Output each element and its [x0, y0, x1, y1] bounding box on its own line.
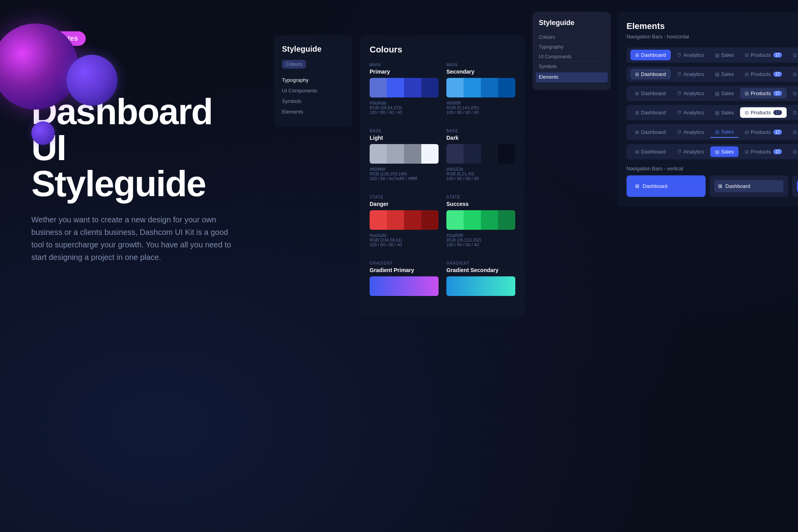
sales-icon-1: ▤ — [715, 52, 719, 58]
swatch — [481, 78, 498, 97]
nav-item-dashboard-1[interactable]: ⊞ Dashboard — [630, 50, 671, 60]
nav-item-products-5[interactable]: ⊟ Products 17 — [740, 127, 786, 137]
sg-item-elements[interactable]: Elements — [536, 72, 608, 82]
sg-item-colours[interactable]: Colours — [539, 32, 605, 42]
page-wrapper: 5 templates Dark DashboardUI Styleguide … — [0, 0, 798, 532]
nav-item-products-3[interactable]: ⊟ Products 17 — [740, 88, 786, 99]
colour-gradient-primary: GRADIENT Gradient Primary — [370, 261, 439, 299]
right-panel: Styleguide Colours Typography UI Compone… — [266, 0, 798, 532]
analytics-icon-1: ⏱ — [677, 52, 682, 58]
nav-item-customer-4[interactable]: ⊡ Customer 14 — [788, 107, 798, 118]
gradient-secondary-swatches — [446, 276, 515, 296]
secondary-info: #0090ffRGB (0,144,255)100 / 80 / 60 / 40 — [446, 101, 515, 115]
colour-dark: BASE Dark #06152bRGB (6,21,43)100 / 80 /… — [446, 129, 515, 181]
nav-item-customer-1[interactable]: ⊡ Customer 14 — [788, 50, 798, 60]
sidebar-item-typography[interactable]: Typography — [282, 75, 345, 85]
sg-item-typography[interactable]: Typography — [539, 42, 605, 52]
nav-item-analytics-4[interactable]: ⏱ Analytics — [672, 107, 709, 118]
colours-title: Colours — [370, 45, 515, 55]
sidebar-title: Styleguide — [282, 45, 345, 54]
nav-item-analytics-1[interactable]: ⏱ Analytics — [672, 50, 709, 60]
nav-item-customer-2[interactable]: ⊡ Customer 14 — [788, 69, 798, 79]
nav-item-sales-2[interactable]: ▤ Sales — [710, 69, 739, 79]
nav-label: Products — [751, 149, 771, 155]
nav-item-products-1[interactable]: ⊟ Products 17 — [740, 50, 786, 60]
sales-icon-5: ▤ — [715, 129, 719, 135]
nav-item-products-2[interactable]: ⊟ Products 17 — [740, 69, 786, 79]
hero-section: 5 templates Dark DashboardUI Styleguide … — [0, 0, 266, 532]
sg-item-symbols[interactable]: Symbols — [539, 62, 605, 72]
nav-label: Products — [751, 90, 771, 96]
sales-icon-2: ▤ — [715, 72, 719, 77]
nav-label: Sales — [721, 90, 734, 96]
nav-label: Analytics — [684, 71, 704, 77]
nav-item-customer-3[interactable]: ⊡ Customer 14 — [788, 88, 798, 99]
nav-item-analytics-5[interactable]: ⏱ Analytics — [672, 127, 709, 137]
orb-medium — [67, 55, 117, 106]
orbs-container — [0, 23, 117, 149]
vertical-nav-row: ⊞ Dashboard ⊞ Dashboard — [626, 175, 798, 197]
nav-label: Products — [751, 71, 771, 77]
nav-label: Sales — [721, 110, 734, 115]
secondary-category-label: MAIN — [446, 63, 515, 67]
swatch — [498, 78, 515, 97]
analytics-icon-3: ⏱ — [677, 91, 682, 96]
v-nav-item-dashboard-1[interactable]: ⊞ Dashboard — [631, 180, 701, 192]
sidebar-item-elements[interactable]: Elements — [282, 106, 345, 117]
products-badge-6: 17 — [773, 149, 782, 154]
nav-label: Products — [751, 129, 771, 135]
nav-label: Products — [751, 110, 771, 115]
nav-item-customer-5[interactable]: ⊡ Customer 14 — [788, 127, 798, 137]
nav-item-dashboard-6[interactable]: ⊞ Dashboard — [630, 146, 671, 157]
customer-icon-3: ⊡ — [793, 91, 797, 96]
light-info: #809fb8RGB (128,159,184)100 / 80 / #e7ed… — [370, 167, 439, 181]
dashboard-icon-2: ⊞ — [635, 72, 639, 77]
nav-item-sales-3[interactable]: ▤ Sales — [710, 88, 739, 99]
nav-item-dashboard-2[interactable]: ⊞ Dashboard — [630, 69, 671, 79]
nav-item-sales-5[interactable]: ▤ Sales — [710, 126, 739, 138]
nav-item-sales-1[interactable]: ▤ Sales — [710, 50, 739, 60]
nav-vertical-title: Navigation Bars - vertical — [626, 166, 798, 171]
orb-small — [31, 121, 55, 145]
nav-item-customer-6[interactable]: ⊡ Customer 14 — [788, 146, 798, 157]
v-nav-label-2: Dashboard — [726, 183, 751, 189]
swatch — [421, 210, 439, 230]
hero-description: Wether you want to create a new design f… — [31, 213, 243, 263]
gradient-secondary-name: Gradient Secondary — [446, 267, 515, 273]
nav-item-analytics-6[interactable]: ⏱ Analytics — [672, 146, 709, 157]
sidebar-item-symbols[interactable]: Symbols — [282, 96, 345, 106]
v-nav-label-1: Dashboard — [643, 183, 668, 189]
products-badge-4: 17 — [773, 110, 782, 115]
swatch — [498, 144, 515, 164]
nav-item-dashboard-4[interactable]: ⊞ Dashboard — [630, 107, 671, 118]
light-swatches — [370, 144, 439, 164]
products-badge-3: 17 — [773, 91, 782, 96]
sg-item-ui-components[interactable]: UI Components — [539, 52, 605, 62]
swatch — [464, 144, 481, 164]
dark-category-label: BASE — [446, 129, 515, 133]
v-nav-item-dashboard-2[interactable]: ⊞ Dashboard — [714, 180, 784, 192]
nav-item-analytics-3[interactable]: ⏱ Analytics — [672, 88, 709, 99]
swatch — [421, 78, 439, 97]
nav-label: Dashboard — [641, 52, 666, 58]
primary-name: Primary — [370, 69, 439, 75]
analytics-icon-2: ⏱ — [677, 72, 682, 77]
nav-item-dashboard-3[interactable]: ⊞ Dashboard — [630, 88, 671, 99]
customer-icon-4: ⊡ — [793, 110, 797, 115]
nav-item-analytics-2[interactable]: ⏱ Analytics — [672, 69, 709, 79]
sidebar-item-ui-components[interactable]: UI Components — [282, 85, 345, 96]
nav-item-products-4[interactable]: ⊟ Products 17 — [740, 107, 786, 118]
nav-label: Sales — [721, 52, 734, 58]
nav-item-dashboard-5[interactable]: ⊞ Dashboard — [630, 127, 671, 137]
nav-item-sales-4[interactable]: ▤ Sales — [710, 107, 739, 118]
nav-item-sales-6[interactable]: ▤ Sales — [710, 146, 739, 157]
nav-label: Analytics — [684, 52, 704, 58]
v-nav-icon-2: ⊞ — [718, 183, 722, 189]
products-icon-2: ⊟ — [745, 72, 749, 77]
gradient-primary-category: GRADIENT — [370, 261, 439, 265]
dashboard-icon-6: ⊞ — [635, 149, 639, 155]
nav-item-products-6[interactable]: ⊟ Products 17 — [740, 146, 786, 157]
swatch — [421, 144, 439, 164]
swatch — [464, 78, 481, 97]
dashboard-icon-4: ⊞ — [635, 110, 639, 115]
